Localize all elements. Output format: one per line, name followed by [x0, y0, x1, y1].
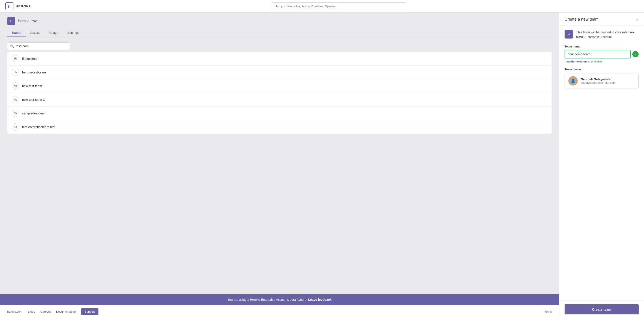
footer-link-careers[interactable]: Careers — [40, 310, 50, 313]
heroku-logo-icon — [5, 2, 14, 10]
tab-access[interactable]: Access — [26, 29, 45, 37]
team-avatar: Fi — [12, 55, 19, 62]
team-avatar: Ne — [12, 96, 19, 103]
topnav: HEROKU — [0, 0, 644, 13]
teams-search-box[interactable]: 🔍 — [7, 42, 70, 50]
availability-text: new-demo-team is available — [564, 60, 639, 63]
tab-usage[interactable]: Usage — [45, 29, 63, 37]
drawer-header: Create a new team × — [559, 13, 644, 26]
teams-content: 🔍 Fi firsttestteam He heroku-test-team N… — [0, 37, 559, 171]
enterprise-notice: In This team will be created in your int… — [564, 30, 639, 40]
available-status: is available — [588, 60, 602, 63]
team-avatar: Ne — [12, 82, 19, 90]
drawer-body: In This team will be created in your int… — [559, 26, 644, 300]
team-name: new-test-team — [22, 84, 42, 88]
tabs-bar: Teams Access Usage Settings — [0, 29, 559, 37]
table-row[interactable]: He heroku-test-team — [8, 66, 552, 79]
team-owner-label: Team owner — [564, 68, 639, 71]
beta-banner: You are using a Heroku Enterprise Accoun… — [0, 294, 559, 305]
close-drawer-button[interactable]: × — [636, 17, 639, 22]
left-panel: In intense-travel ⌄ Teams Access Usage S… — [0, 13, 559, 318]
global-search-input[interactable] — [272, 3, 406, 10]
main-wrapper: In intense-travel ⌄ Teams Access Usage S… — [0, 13, 644, 318]
team-avatar: He — [12, 69, 19, 76]
teams-list: Fi firsttestteam He heroku-test-team Ne … — [7, 52, 552, 134]
teams-search-input[interactable] — [16, 44, 67, 48]
owner-avatar: 👤 — [568, 76, 578, 86]
footer-terms: Terms — [544, 310, 552, 313]
team-avatar: Te — [12, 123, 19, 131]
team-name-input-wrapper: ✓ — [564, 50, 639, 59]
enterprise-notice-text: This team will be created in your intens… — [576, 30, 639, 40]
team-name: new-test-team-3 — [22, 98, 45, 101]
create-team-button[interactable]: Create team — [564, 304, 639, 314]
account-name: intense-travel — [18, 19, 40, 23]
search-icon: 🔍 — [10, 44, 14, 48]
tab-settings[interactable]: Settings — [63, 29, 83, 37]
team-name-input[interactable] — [564, 50, 630, 59]
svg-rect-0 — [7, 4, 12, 9]
owner-email: ssetayeshfar@heroku.com — [581, 81, 616, 84]
drawer-footer: Create team — [559, 300, 644, 318]
team-name: test-enterpriseteam-test — [22, 125, 55, 129]
table-row[interactable]: Ne new-test-team — [8, 79, 552, 93]
enterprise-avatar: In — [564, 30, 573, 39]
logo-text: HEROKU — [16, 4, 32, 8]
team-avatar: Sa — [12, 110, 19, 117]
footer-link-heroku[interactable]: heroku.com — [7, 310, 22, 313]
notice-prefix: This team will be created in your — [576, 31, 622, 34]
table-row[interactable]: Fi firsttestteam — [8, 52, 552, 66]
team-name: firsttestteam — [22, 57, 39, 61]
account-header: In intense-travel ⌄ — [0, 13, 559, 25]
global-search[interactable] — [272, 3, 406, 10]
footer-link-docs[interactable]: Documentation — [56, 310, 76, 313]
notice-suffix: Enterprise Account. — [584, 35, 612, 39]
logo-area: HEROKU — [5, 2, 32, 10]
leave-feedback-link[interactable]: Leave feedback — [308, 298, 332, 301]
footer-link-blogs[interactable]: Blogs — [28, 310, 35, 313]
team-name: heroku-test-team — [22, 71, 46, 74]
account-avatar: In — [7, 17, 15, 25]
support-button[interactable]: Support — [81, 308, 98, 315]
owner-name: Sepideh Setayeshfar — [581, 78, 616, 81]
account-chevron-icon[interactable]: ⌄ — [42, 19, 45, 23]
drawer-title: Create a new team — [564, 17, 598, 22]
owner-card: 👤 Sepideh Setayeshfar ssetayeshfar@herok… — [564, 73, 639, 89]
team-name: sample-test-team — [22, 112, 46, 115]
beta-banner-text: You are using a Heroku Enterprise Accoun… — [227, 298, 306, 301]
owner-info: Sepideh Setayeshfar ssetayeshfar@heroku.… — [581, 78, 616, 84]
team-name-label: Team name — [564, 45, 639, 48]
create-team-drawer: Create a new team × In This team will be… — [559, 13, 644, 318]
available-name: new-demo-team — [564, 60, 587, 63]
valid-check-icon: ✓ — [632, 51, 639, 57]
tab-teams[interactable]: Teams — [7, 29, 26, 37]
table-row[interactable]: Sa sample-test-team — [8, 107, 552, 120]
table-row[interactable]: Te test-enterpriseteam-test — [8, 120, 552, 134]
footer: heroku.com Blogs Careers Documentation S… — [0, 305, 559, 318]
table-row[interactable]: Ne new-test-team-3 — [8, 93, 552, 107]
